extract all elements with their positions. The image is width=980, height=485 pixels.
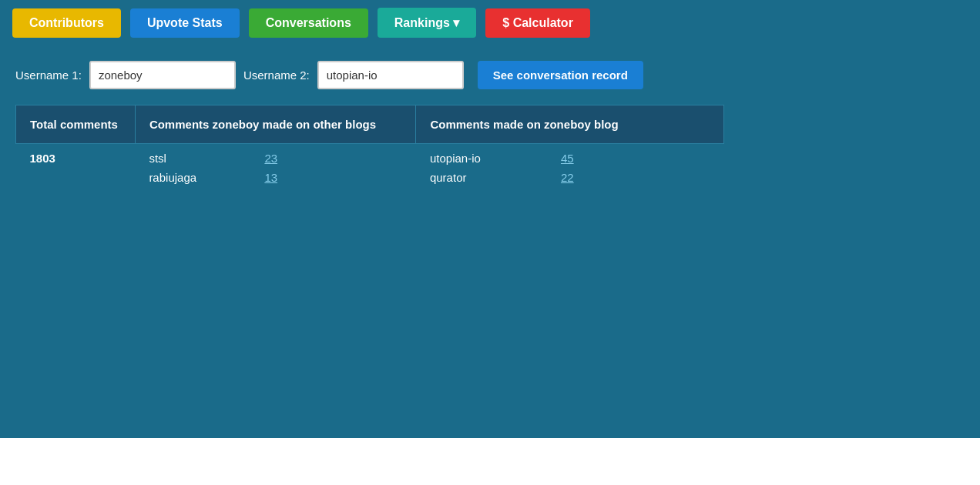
other-blog-count-2[interactable]: 13 <box>264 171 277 184</box>
username1-input[interactable] <box>89 61 236 89</box>
own-blog-name-1: utopian-io <box>430 152 515 165</box>
contributors-button[interactable]: Contributors <box>12 8 121 38</box>
rankings-button[interactable]: Rankings ▾ <box>378 8 476 38</box>
calculator-button[interactable]: $ Calculator <box>485 8 590 38</box>
username1-label: Username 1: <box>15 69 82 82</box>
top-nav: Contributors Upvote Stats Conversations … <box>0 0 980 45</box>
conversation-table: Total comments Comments zoneboy made on … <box>15 105 724 192</box>
table-row: 1803 stsl 23 rabiujaga 13 utopian-io <box>16 144 724 192</box>
chevron-down-icon: ▾ <box>453 16 459 29</box>
other-blog-row-2: rabiujaga 13 <box>149 171 402 184</box>
other-blog-name-1: stsl <box>149 152 218 165</box>
main-content: Username 1: Username 2: See conversation… <box>0 45 980 438</box>
col-other-blogs-header: Comments zoneboy made on other blogs <box>135 105 416 144</box>
search-row: Username 1: Username 2: See conversation… <box>15 61 965 89</box>
col-own-blog-header: Comments made on zoneboy blog <box>416 105 724 144</box>
upvote-stats-button[interactable]: Upvote Stats <box>130 8 240 38</box>
other-blog-name-2: rabiujaga <box>149 171 218 184</box>
username2-input[interactable] <box>317 61 464 89</box>
own-blog-count-1[interactable]: 45 <box>561 152 574 165</box>
total-count-value: 1803 <box>30 152 55 165</box>
see-record-button[interactable]: See conversation record <box>478 61 643 89</box>
own-blog-name-2: qurator <box>430 171 515 184</box>
other-blogs-cell: stsl 23 rabiujaga 13 <box>135 144 416 192</box>
total-count-cell: 1803 <box>16 144 136 192</box>
col-total-comments-header: Total comments <box>16 105 136 144</box>
own-blog-count-2[interactable]: 22 <box>561 171 574 184</box>
own-blog-row-1: utopian-io 45 <box>430 152 710 165</box>
other-blog-count-1[interactable]: 23 <box>264 152 277 165</box>
conversations-button[interactable]: Conversations <box>249 8 368 38</box>
own-blog-cell: utopian-io 45 qurator 22 <box>416 144 724 192</box>
username2-label: Username 2: <box>243 69 310 82</box>
other-blog-row-1: stsl 23 <box>149 152 402 165</box>
own-blog-row-2: qurator 22 <box>430 171 710 184</box>
